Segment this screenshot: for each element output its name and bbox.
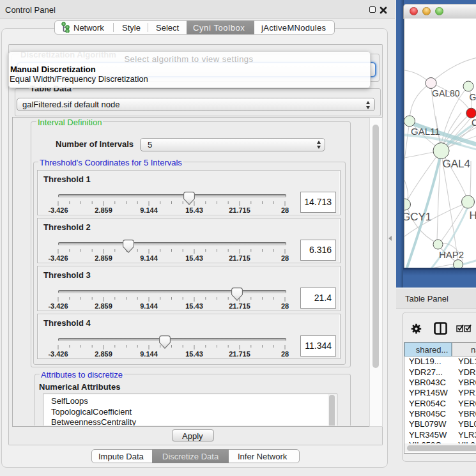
svg-text:GAL80: GAL80 (432, 88, 460, 98)
svg-text:GAL4: GAL4 (443, 158, 470, 170)
svg-text:HAP2: HAP2 (439, 249, 464, 260)
svg-text:C: C (472, 118, 476, 128)
svg-text:GAL11: GAL11 (411, 126, 440, 137)
svg-text:GCY1: GCY1 (404, 211, 431, 223)
svg-text:H: H (470, 210, 476, 222)
svg-text:G.: G. (470, 92, 476, 102)
